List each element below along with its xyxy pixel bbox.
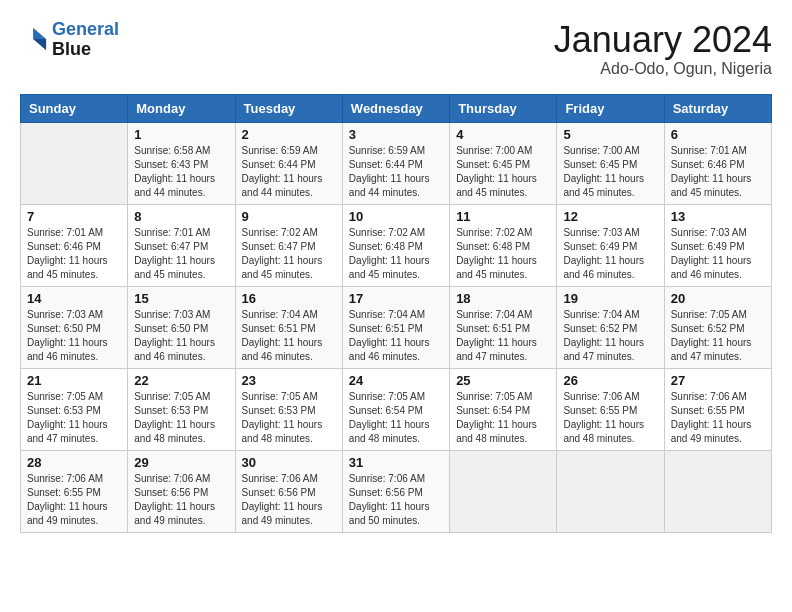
day-cell: 20Sunrise: 7:05 AM Sunset: 6:52 PM Dayli… [664, 286, 771, 368]
day-cell: 17Sunrise: 7:04 AM Sunset: 6:51 PM Dayli… [342, 286, 449, 368]
day-number: 14 [27, 291, 121, 306]
week-row-5: 28Sunrise: 7:06 AM Sunset: 6:55 PM Dayli… [21, 450, 772, 532]
day-number: 6 [671, 127, 765, 142]
day-cell: 22Sunrise: 7:05 AM Sunset: 6:53 PM Dayli… [128, 368, 235, 450]
day-number: 19 [563, 291, 657, 306]
week-row-2: 7Sunrise: 7:01 AM Sunset: 6:46 PM Daylig… [21, 204, 772, 286]
day-info: Sunrise: 7:05 AM Sunset: 6:53 PM Dayligh… [27, 390, 121, 446]
logo: General Blue [20, 20, 119, 60]
day-info: Sunrise: 7:05 AM Sunset: 6:54 PM Dayligh… [349, 390, 443, 446]
day-info: Sunrise: 7:05 AM Sunset: 6:54 PM Dayligh… [456, 390, 550, 446]
day-info: Sunrise: 7:03 AM Sunset: 6:49 PM Dayligh… [671, 226, 765, 282]
title-section: January 2024 Ado-Odo, Ogun, Nigeria [554, 20, 772, 78]
day-number: 25 [456, 373, 550, 388]
day-cell [21, 122, 128, 204]
day-number: 2 [242, 127, 336, 142]
day-cell [450, 450, 557, 532]
day-info: Sunrise: 7:06 AM Sunset: 6:55 PM Dayligh… [671, 390, 765, 446]
day-cell: 26Sunrise: 7:06 AM Sunset: 6:55 PM Dayli… [557, 368, 664, 450]
header-cell-saturday: Saturday [664, 94, 771, 122]
day-info: Sunrise: 7:06 AM Sunset: 6:55 PM Dayligh… [27, 472, 121, 528]
day-cell: 10Sunrise: 7:02 AM Sunset: 6:48 PM Dayli… [342, 204, 449, 286]
day-number: 20 [671, 291, 765, 306]
day-number: 3 [349, 127, 443, 142]
day-cell: 15Sunrise: 7:03 AM Sunset: 6:50 PM Dayli… [128, 286, 235, 368]
day-number: 12 [563, 209, 657, 224]
week-row-4: 21Sunrise: 7:05 AM Sunset: 6:53 PM Dayli… [21, 368, 772, 450]
header-cell-monday: Monday [128, 94, 235, 122]
day-number: 11 [456, 209, 550, 224]
day-cell: 16Sunrise: 7:04 AM Sunset: 6:51 PM Dayli… [235, 286, 342, 368]
day-number: 4 [456, 127, 550, 142]
day-info: Sunrise: 7:03 AM Sunset: 6:49 PM Dayligh… [563, 226, 657, 282]
day-number: 23 [242, 373, 336, 388]
logo-icon [20, 26, 48, 54]
day-info: Sunrise: 7:05 AM Sunset: 6:53 PM Dayligh… [242, 390, 336, 446]
day-info: Sunrise: 7:00 AM Sunset: 6:45 PM Dayligh… [456, 144, 550, 200]
week-row-3: 14Sunrise: 7:03 AM Sunset: 6:50 PM Dayli… [21, 286, 772, 368]
day-number: 7 [27, 209, 121, 224]
day-cell: 8Sunrise: 7:01 AM Sunset: 6:47 PM Daylig… [128, 204, 235, 286]
day-info: Sunrise: 7:01 AM Sunset: 6:46 PM Dayligh… [27, 226, 121, 282]
day-cell: 4Sunrise: 7:00 AM Sunset: 6:45 PM Daylig… [450, 122, 557, 204]
day-cell: 25Sunrise: 7:05 AM Sunset: 6:54 PM Dayli… [450, 368, 557, 450]
calendar-subtitle: Ado-Odo, Ogun, Nigeria [554, 60, 772, 78]
day-cell: 13Sunrise: 7:03 AM Sunset: 6:49 PM Dayli… [664, 204, 771, 286]
header-row: SundayMondayTuesdayWednesdayThursdayFrid… [21, 94, 772, 122]
header-cell-wednesday: Wednesday [342, 94, 449, 122]
header-cell-sunday: Sunday [21, 94, 128, 122]
day-cell: 12Sunrise: 7:03 AM Sunset: 6:49 PM Dayli… [557, 204, 664, 286]
week-row-1: 1Sunrise: 6:58 AM Sunset: 6:43 PM Daylig… [21, 122, 772, 204]
svg-marker-1 [33, 39, 46, 50]
day-info: Sunrise: 6:58 AM Sunset: 6:43 PM Dayligh… [134, 144, 228, 200]
day-info: Sunrise: 7:03 AM Sunset: 6:50 PM Dayligh… [134, 308, 228, 364]
day-cell: 30Sunrise: 7:06 AM Sunset: 6:56 PM Dayli… [235, 450, 342, 532]
day-info: Sunrise: 7:06 AM Sunset: 6:55 PM Dayligh… [563, 390, 657, 446]
day-cell: 18Sunrise: 7:04 AM Sunset: 6:51 PM Dayli… [450, 286, 557, 368]
day-cell: 11Sunrise: 7:02 AM Sunset: 6:48 PM Dayli… [450, 204, 557, 286]
day-number: 30 [242, 455, 336, 470]
day-info: Sunrise: 7:02 AM Sunset: 6:47 PM Dayligh… [242, 226, 336, 282]
day-cell: 5Sunrise: 7:00 AM Sunset: 6:45 PM Daylig… [557, 122, 664, 204]
day-number: 17 [349, 291, 443, 306]
day-cell: 27Sunrise: 7:06 AM Sunset: 6:55 PM Dayli… [664, 368, 771, 450]
day-cell: 2Sunrise: 6:59 AM Sunset: 6:44 PM Daylig… [235, 122, 342, 204]
day-info: Sunrise: 7:04 AM Sunset: 6:51 PM Dayligh… [242, 308, 336, 364]
day-number: 5 [563, 127, 657, 142]
logo-text: General Blue [52, 20, 119, 60]
day-cell: 19Sunrise: 7:04 AM Sunset: 6:52 PM Dayli… [557, 286, 664, 368]
day-number: 28 [27, 455, 121, 470]
day-info: Sunrise: 6:59 AM Sunset: 6:44 PM Dayligh… [349, 144, 443, 200]
day-info: Sunrise: 7:04 AM Sunset: 6:51 PM Dayligh… [456, 308, 550, 364]
day-cell: 6Sunrise: 7:01 AM Sunset: 6:46 PM Daylig… [664, 122, 771, 204]
day-info: Sunrise: 7:02 AM Sunset: 6:48 PM Dayligh… [456, 226, 550, 282]
page-header: General Blue January 2024 Ado-Odo, Ogun,… [20, 20, 772, 78]
day-cell: 23Sunrise: 7:05 AM Sunset: 6:53 PM Dayli… [235, 368, 342, 450]
day-cell: 28Sunrise: 7:06 AM Sunset: 6:55 PM Dayli… [21, 450, 128, 532]
day-cell: 24Sunrise: 7:05 AM Sunset: 6:54 PM Dayli… [342, 368, 449, 450]
day-info: Sunrise: 7:03 AM Sunset: 6:50 PM Dayligh… [27, 308, 121, 364]
day-info: Sunrise: 7:05 AM Sunset: 6:52 PM Dayligh… [671, 308, 765, 364]
day-number: 26 [563, 373, 657, 388]
day-info: Sunrise: 7:06 AM Sunset: 6:56 PM Dayligh… [242, 472, 336, 528]
day-number: 1 [134, 127, 228, 142]
day-number: 31 [349, 455, 443, 470]
day-info: Sunrise: 7:06 AM Sunset: 6:56 PM Dayligh… [349, 472, 443, 528]
day-number: 21 [27, 373, 121, 388]
day-number: 8 [134, 209, 228, 224]
header-cell-friday: Friday [557, 94, 664, 122]
day-number: 13 [671, 209, 765, 224]
day-number: 15 [134, 291, 228, 306]
header-cell-thursday: Thursday [450, 94, 557, 122]
day-cell [557, 450, 664, 532]
day-number: 22 [134, 373, 228, 388]
day-info: Sunrise: 7:04 AM Sunset: 6:52 PM Dayligh… [563, 308, 657, 364]
day-info: Sunrise: 6:59 AM Sunset: 6:44 PM Dayligh… [242, 144, 336, 200]
day-number: 29 [134, 455, 228, 470]
day-cell: 29Sunrise: 7:06 AM Sunset: 6:56 PM Dayli… [128, 450, 235, 532]
day-info: Sunrise: 7:01 AM Sunset: 6:47 PM Dayligh… [134, 226, 228, 282]
day-info: Sunrise: 7:06 AM Sunset: 6:56 PM Dayligh… [134, 472, 228, 528]
day-number: 27 [671, 373, 765, 388]
day-info: Sunrise: 7:01 AM Sunset: 6:46 PM Dayligh… [671, 144, 765, 200]
day-number: 9 [242, 209, 336, 224]
